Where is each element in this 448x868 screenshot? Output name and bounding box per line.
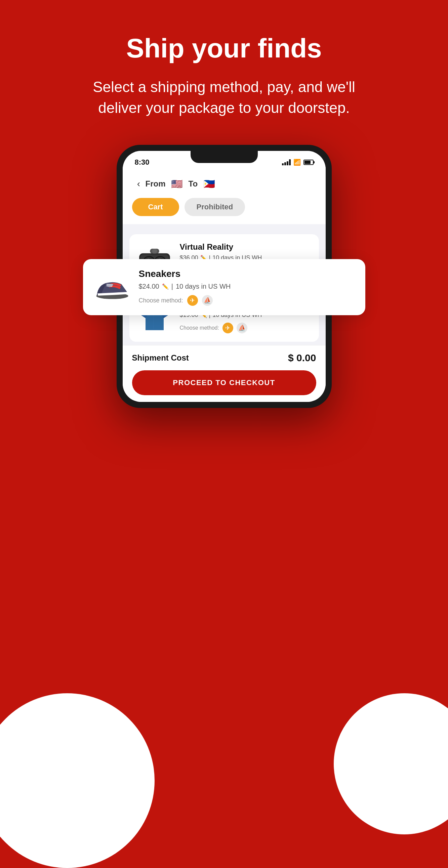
tab-cart[interactable]: Cart <box>132 198 179 216</box>
sneakers-image <box>94 269 131 306</box>
tab-bar: Cart Prohibited <box>123 198 326 224</box>
sneakers-meta: $24.00 ✏️ | 10 days in US WH <box>139 283 355 290</box>
svg-rect-14 <box>152 249 157 254</box>
shipment-cost-label: Shipment Cost <box>132 353 189 363</box>
svg-line-2 <box>106 285 112 285</box>
air-method-icon[interactable]: ✈ <box>187 295 198 306</box>
app-header: ‹ From 🇺🇸 To 🇵🇭 <box>123 171 326 198</box>
flag-ph-icon: 🇵🇭 <box>202 177 216 191</box>
svg-line-1 <box>107 284 113 285</box>
floating-sneakers-card: Sneakers $24.00 ✏️ | 10 days in US WH Ch… <box>83 259 365 315</box>
sneakers-method: Choose method: ✈ ⛵ <box>139 295 355 306</box>
flag-us-icon: 🇺🇸 <box>170 177 184 191</box>
battery-icon <box>303 160 313 165</box>
route-from-label: From <box>146 179 166 188</box>
sea-method-icon[interactable]: ⛵ <box>202 295 213 306</box>
route-container: From 🇺🇸 To 🇵🇭 <box>146 177 217 191</box>
back-button[interactable]: ‹ <box>132 177 146 190</box>
svg-line-3 <box>106 286 112 286</box>
checkout-button[interactable]: PROCEED TO CHECKOUT <box>132 370 316 395</box>
tab-prohibited[interactable]: Prohibited <box>184 198 245 216</box>
route-to-label: To <box>188 179 198 188</box>
sneakers-name: Sneakers <box>139 269 355 279</box>
shipment-cost-row: Shipment Cost $ 0.00 <box>132 352 316 364</box>
blob-decoration-right <box>334 693 448 834</box>
phone-notch <box>190 151 258 163</box>
wifi-icon: 📶 <box>293 159 301 166</box>
status-icons: 📶 <box>282 159 313 166</box>
sneakers-details: Sneakers $24.00 ✏️ | 10 days in US WH Ch… <box>139 269 355 306</box>
edit-icon-sneakers[interactable]: ✏️ <box>162 283 169 290</box>
status-time: 8:30 <box>135 158 150 167</box>
hero-title: Ship your finds <box>126 34 322 63</box>
signal-icon <box>282 159 291 165</box>
blob-decoration-left <box>0 693 155 868</box>
sea-method-shirt-icon[interactable]: ⛵ <box>237 322 247 333</box>
phone-mockup: Sneakers $24.00 ✏️ | 10 days in US WH Ch… <box>110 145 338 408</box>
shirt-method: Choose method: ✈ ⛵ <box>180 322 312 333</box>
shipment-cost-value: $ 0.00 <box>288 352 316 364</box>
vr-name: Virtual Reality <box>180 242 312 252</box>
bottom-bar: Shipment Cost $ 0.00 PROCEED TO CHECKOUT <box>123 345 326 402</box>
hero-subtitle: Select a shipping method, pay, and we'll… <box>73 76 376 118</box>
air-method-shirt-icon[interactable]: ✈ <box>222 322 233 333</box>
